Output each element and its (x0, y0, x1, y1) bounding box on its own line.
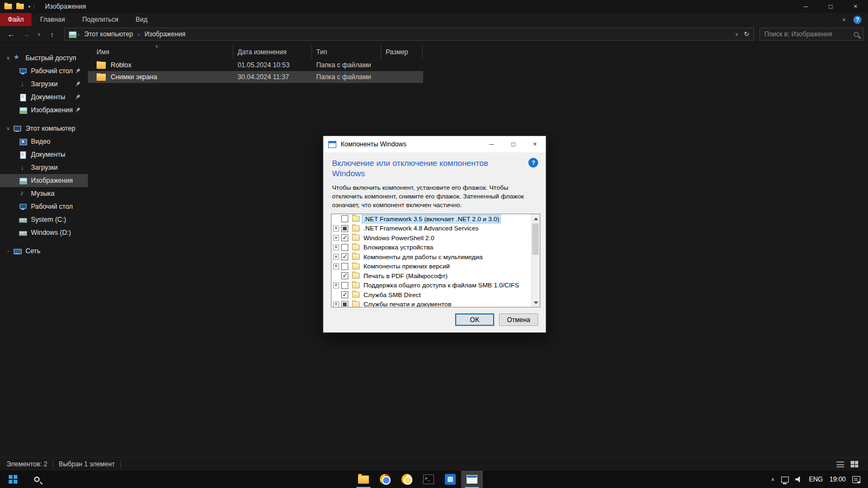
tree-item-print-document-services[interactable]: +Службы печати и документов (331, 300, 540, 308)
expander-icon[interactable]: + (333, 264, 339, 269)
file-row-roblox[interactable]: Roblox 01.05.2024 10:53 Папка с файлами (88, 59, 423, 71)
sidebar-group-network[interactable]: › Сеть (0, 245, 88, 258)
details-view-button[interactable] (837, 461, 844, 467)
volume-icon[interactable] (795, 476, 802, 483)
tree-item-powershell-20[interactable]: +Windows PowerShell 2.0 (331, 233, 540, 243)
checkbox[interactable] (341, 234, 348, 241)
sidebar-item-music[interactable]: Музыка (0, 187, 88, 200)
breadcrumb-chevron-icon[interactable]: › (76, 31, 80, 37)
sidebar-group-quick-access[interactable]: ∨ Быстрый доступ (0, 52, 88, 65)
search-icon[interactable] (854, 32, 859, 37)
tree-item-device-lockdown[interactable]: +Блокировка устройства (331, 243, 540, 253)
sidebar-item-videos[interactable]: Видео (0, 135, 88, 148)
sidebar-item-downloads[interactable]: Загрузки (0, 161, 88, 174)
scroll-down-icon[interactable] (532, 298, 540, 307)
thumbnail-view-button[interactable] (851, 461, 858, 467)
tab-view[interactable]: Вид (127, 13, 156, 26)
breadcrumb-pictures[interactable]: Изображения (141, 30, 189, 38)
scroll-up-icon[interactable] (532, 214, 540, 223)
column-header-type[interactable]: Тип (312, 45, 381, 59)
cancel-button[interactable]: Отмена (499, 313, 538, 326)
sidebar-item-desktop[interactable]: Рабочий стол (0, 200, 88, 213)
checkbox[interactable] (341, 263, 348, 270)
sidebar-item-documents[interactable]: Документы (0, 148, 88, 161)
address-bar[interactable]: › Этот компьютер › Изображения ∨ ↻ (64, 28, 754, 41)
dialog-close-button[interactable]: × (524, 136, 546, 152)
tree-item-label[interactable]: Windows PowerShell 2.0 (362, 234, 435, 242)
tab-file[interactable]: Файл (0, 13, 31, 26)
tree-item-net-framework-35[interactable]: +.NET Framework 3.5 (включает .NET 2.0 и… (331, 214, 540, 224)
tree-item-label[interactable]: Служба SMB Direct (362, 291, 422, 299)
checkbox[interactable] (341, 225, 348, 232)
explorer-help-icon[interactable]: ? (853, 16, 861, 24)
sidebar-item-drive-d[interactable]: Windows (D:) (0, 226, 88, 239)
sidebar-group-this-pc[interactable]: ∨ Этот компьютер (0, 122, 88, 135)
checkbox[interactable] (341, 301, 348, 307)
action-center-icon[interactable] (852, 476, 860, 483)
sidebar-item-documents-pinned[interactable]: Документы (0, 91, 88, 104)
maximize-button[interactable]: □ (818, 0, 843, 13)
tree-item-smb-direct[interactable]: +Служба SMB Direct (331, 290, 540, 300)
hidden-icons-icon[interactable]: ∧ (771, 477, 775, 482)
checkbox[interactable] (341, 282, 348, 289)
quick-access-toolbar-folder-icon[interactable] (16, 4, 24, 9)
checkbox[interactable] (341, 244, 348, 251)
expander-icon[interactable]: + (333, 226, 339, 232)
file-row-screenshots[interactable]: Снимки экрана 30.04.2024 11:37 Папка с ф… (88, 71, 423, 83)
expand-icon[interactable]: ∨ (3, 55, 13, 61)
tree-item-label[interactable]: Блокировка устройства (362, 243, 434, 251)
dialog-minimize-button[interactable]: ─ (481, 136, 502, 152)
back-button[interactable]: ← (4, 28, 17, 40)
clock[interactable]: 19:00 (829, 476, 846, 483)
breadcrumb-this-pc[interactable]: Этот компьютер (80, 30, 137, 38)
tab-home[interactable]: Главная (31, 13, 74, 26)
checkbox[interactable] (341, 272, 348, 279)
search-box[interactable] (760, 28, 864, 41)
column-header-date[interactable]: Дата изменения (233, 45, 312, 59)
collapse-icon[interactable]: › (3, 248, 13, 254)
up-button[interactable]: ↑ (46, 28, 59, 40)
dialog-help-icon[interactable]: ? (528, 158, 538, 168)
expander-icon[interactable]: + (333, 282, 339, 288)
network-tray-icon[interactable] (781, 477, 789, 483)
start-button[interactable] (0, 471, 26, 488)
taskbar-chrome-canary-icon[interactable] (396, 471, 418, 488)
sidebar-item-drive-c[interactable]: System (C:) (0, 213, 88, 226)
tree-item-label[interactable]: Печать в PDF (Майкрософт) (362, 272, 449, 280)
sidebar-item-desktop-pinned[interactable]: Рабочий стол (0, 65, 88, 78)
expander-icon[interactable]: + (333, 254, 339, 260)
tree-item-label[interactable]: Компоненты прежних версий (362, 262, 451, 270)
tab-share[interactable]: Поделиться (74, 13, 127, 26)
expander-icon[interactable]: + (333, 245, 339, 251)
expander-icon[interactable]: + (333, 301, 339, 307)
minimize-button[interactable]: ─ (793, 0, 818, 13)
breadcrumb-chevron-icon[interactable]: › (137, 31, 141, 37)
tree-item-label[interactable]: Службы печати и документов (362, 300, 452, 307)
taskbar-blue-app-icon[interactable] (439, 471, 461, 488)
taskbar-explorer-icon[interactable] (353, 471, 374, 488)
tree-item-net-framework-48[interactable]: +.NET Framework 4.8 Advanced Services (331, 224, 540, 234)
tree-item-label[interactable]: .NET Framework 4.8 Advanced Services (362, 224, 480, 232)
tree-item-media-features[interactable]: +Компоненты для работы с мультимедиа (331, 252, 540, 262)
tree-item-label[interactable]: Поддержка общего доступа к файлам SMB 1.… (362, 281, 520, 289)
expand-ribbon-icon[interactable]: ∨ (842, 17, 846, 22)
taskbar-chrome-icon[interactable] (374, 471, 396, 488)
column-header-size[interactable]: Размер (381, 45, 423, 59)
taskbar-windows-features-icon[interactable] (461, 471, 483, 488)
tree-scrollbar[interactable] (531, 214, 540, 307)
expander-icon[interactable]: + (333, 235, 339, 241)
expand-icon[interactable]: ∨ (3, 126, 13, 131)
forward-button[interactable]: → (20, 28, 33, 40)
tree-item-smb10-cifs[interactable]: +Поддержка общего доступа к файлам SMB 1… (331, 281, 540, 291)
refresh-icon[interactable]: ↻ (744, 30, 749, 38)
taskbar-search-button[interactable] (26, 471, 48, 488)
quick-access-toolbar-dropdown-icon[interactable]: ▾ (28, 4, 30, 9)
tree-item-label[interactable]: Компоненты для работы с мультимедиа (362, 253, 484, 261)
recent-locations-icon[interactable]: ∨ (35, 28, 43, 40)
tree-item-print-to-pdf[interactable]: +Печать в PDF (Майкрософт) (331, 271, 540, 281)
checkbox[interactable] (341, 253, 348, 260)
column-header-name[interactable]: Имя ∧ (88, 45, 233, 59)
language-indicator[interactable]: ENG (809, 476, 823, 483)
taskbar-terminal-icon[interactable] (418, 471, 439, 488)
close-button[interactable]: × (843, 0, 868, 13)
